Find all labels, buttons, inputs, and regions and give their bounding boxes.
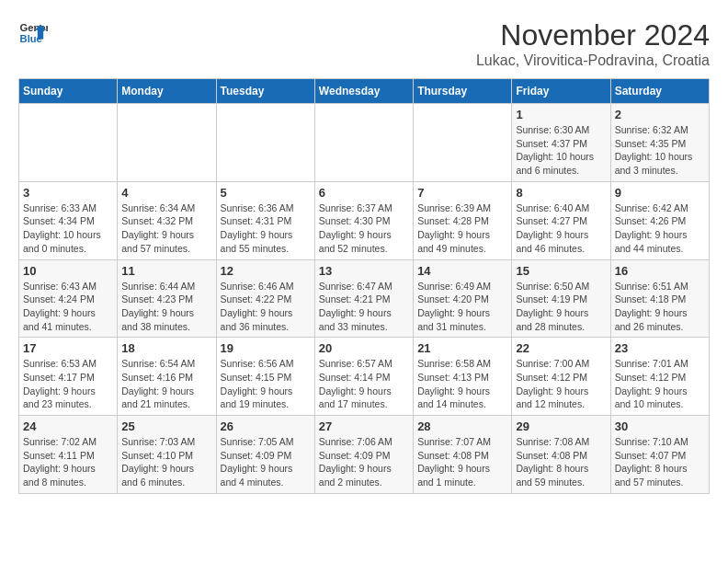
day-number: 9	[615, 186, 705, 200]
page-header: General Blue November 2024 Lukac, Virovi…	[18, 18, 710, 69]
day-info: Sunrise: 6:33 AM Sunset: 4:34 PM Dayligh…	[23, 201, 113, 256]
calendar-cell: 24Sunrise: 7:02 AM Sunset: 4:11 PM Dayli…	[19, 416, 118, 494]
day-number: 3	[23, 186, 113, 200]
day-info: Sunrise: 7:07 AM Sunset: 4:08 PM Dayligh…	[417, 435, 507, 489]
calendar-table: SundayMondayTuesdayWednesdayThursdayFrid…	[18, 78, 710, 494]
day-number: 14	[417, 264, 507, 278]
weekday-header-friday: Friday	[512, 79, 610, 104]
day-number: 28	[417, 419, 507, 433]
calendar-cell: 2Sunrise: 6:32 AM Sunset: 4:35 PM Daylig…	[610, 104, 709, 182]
day-info: Sunrise: 7:03 AM Sunset: 4:10 PM Dayligh…	[121, 435, 211, 489]
day-info: Sunrise: 6:47 AM Sunset: 4:21 PM Dayligh…	[319, 280, 409, 334]
calendar-cell: 7Sunrise: 6:39 AM Sunset: 4:28 PM Daylig…	[414, 181, 512, 259]
week-row-1: 1Sunrise: 6:30 AM Sunset: 4:37 PM Daylig…	[19, 104, 710, 182]
weekday-header-row: SundayMondayTuesdayWednesdayThursdayFrid…	[19, 79, 710, 104]
calendar-cell: 1Sunrise: 6:30 AM Sunset: 4:37 PM Daylig…	[512, 104, 610, 182]
day-number: 22	[516, 341, 606, 355]
calendar-cell: 18Sunrise: 6:54 AM Sunset: 4:16 PM Dayli…	[118, 338, 216, 416]
title-block: November 2024 Lukac, Virovitica-Podravin…	[476, 18, 710, 69]
calendar-cell: 11Sunrise: 6:44 AM Sunset: 4:23 PM Dayli…	[118, 259, 216, 338]
week-row-5: 24Sunrise: 7:02 AM Sunset: 4:11 PM Dayli…	[19, 416, 710, 494]
day-number: 19	[221, 341, 311, 355]
logo: General Blue	[18, 18, 48, 48]
day-info: Sunrise: 6:37 AM Sunset: 4:30 PM Dayligh…	[319, 201, 409, 256]
calendar-cell: 13Sunrise: 6:47 AM Sunset: 4:21 PM Dayli…	[314, 259, 413, 338]
calendar-cell	[414, 104, 512, 182]
day-info: Sunrise: 6:57 AM Sunset: 4:14 PM Dayligh…	[319, 357, 409, 411]
calendar-cell: 22Sunrise: 7:00 AM Sunset: 4:12 PM Dayli…	[512, 338, 610, 416]
day-info: Sunrise: 6:36 AM Sunset: 4:31 PM Dayligh…	[221, 201, 311, 256]
day-number: 10	[23, 264, 113, 278]
day-info: Sunrise: 7:05 AM Sunset: 4:09 PM Dayligh…	[221, 435, 311, 489]
day-info: Sunrise: 6:56 AM Sunset: 4:15 PM Dayligh…	[221, 357, 311, 411]
day-info: Sunrise: 6:39 AM Sunset: 4:28 PM Dayligh…	[417, 201, 507, 256]
day-number: 13	[319, 264, 409, 278]
page-subtitle: Lukac, Virovitica-Podravina, Croatia	[476, 52, 710, 69]
calendar-cell: 9Sunrise: 6:42 AM Sunset: 4:26 PM Daylig…	[610, 181, 709, 259]
calendar-cell: 14Sunrise: 6:49 AM Sunset: 4:20 PM Dayli…	[414, 259, 512, 338]
day-info: Sunrise: 6:54 AM Sunset: 4:16 PM Dayligh…	[121, 357, 211, 411]
calendar-cell: 6Sunrise: 6:37 AM Sunset: 4:30 PM Daylig…	[314, 181, 413, 259]
day-info: Sunrise: 6:50 AM Sunset: 4:19 PM Dayligh…	[516, 280, 606, 334]
week-row-3: 10Sunrise: 6:43 AM Sunset: 4:24 PM Dayli…	[19, 259, 710, 338]
day-info: Sunrise: 6:46 AM Sunset: 4:22 PM Dayligh…	[221, 280, 311, 334]
day-number: 4	[121, 186, 211, 200]
day-number: 18	[121, 341, 211, 355]
day-number: 7	[417, 186, 507, 200]
weekday-header-tuesday: Tuesday	[216, 79, 314, 104]
calendar-cell: 20Sunrise: 6:57 AM Sunset: 4:14 PM Dayli…	[314, 338, 413, 416]
calendar-cell: 29Sunrise: 7:08 AM Sunset: 4:08 PM Dayli…	[512, 416, 610, 494]
calendar-cell: 27Sunrise: 7:06 AM Sunset: 4:09 PM Dayli…	[314, 416, 413, 494]
weekday-header-saturday: Saturday	[610, 79, 709, 104]
calendar-cell: 23Sunrise: 7:01 AM Sunset: 4:12 PM Dayli…	[610, 338, 709, 416]
calendar-cell: 3Sunrise: 6:33 AM Sunset: 4:34 PM Daylig…	[19, 181, 118, 259]
calendar-cell: 19Sunrise: 6:56 AM Sunset: 4:15 PM Dayli…	[216, 338, 314, 416]
day-number: 2	[615, 108, 705, 121]
calendar-cell: 4Sunrise: 6:34 AM Sunset: 4:32 PM Daylig…	[118, 181, 216, 259]
calendar-cell: 21Sunrise: 6:58 AM Sunset: 4:13 PM Dayli…	[414, 338, 512, 416]
day-info: Sunrise: 7:00 AM Sunset: 4:12 PM Dayligh…	[516, 357, 606, 411]
day-info: Sunrise: 6:44 AM Sunset: 4:23 PM Dayligh…	[121, 280, 211, 334]
day-info: Sunrise: 6:32 AM Sunset: 4:35 PM Dayligh…	[615, 123, 705, 178]
day-number: 17	[23, 341, 113, 355]
weekday-header-wednesday: Wednesday	[314, 79, 413, 104]
day-info: Sunrise: 6:34 AM Sunset: 4:32 PM Dayligh…	[121, 201, 211, 256]
calendar-cell: 26Sunrise: 7:05 AM Sunset: 4:09 PM Dayli…	[216, 416, 314, 494]
day-number: 1	[516, 108, 606, 121]
calendar-cell: 16Sunrise: 6:51 AM Sunset: 4:18 PM Dayli…	[610, 259, 709, 338]
day-info: Sunrise: 6:43 AM Sunset: 4:24 PM Dayligh…	[23, 280, 113, 334]
day-info: Sunrise: 6:51 AM Sunset: 4:18 PM Dayligh…	[615, 280, 705, 334]
weekday-header-thursday: Thursday	[414, 79, 512, 104]
day-number: 11	[121, 264, 211, 278]
day-info: Sunrise: 7:10 AM Sunset: 4:07 PM Dayligh…	[615, 435, 705, 489]
page-title: November 2024	[476, 18, 710, 52]
day-info: Sunrise: 6:58 AM Sunset: 4:13 PM Dayligh…	[417, 357, 507, 411]
day-info: Sunrise: 7:01 AM Sunset: 4:12 PM Dayligh…	[615, 357, 705, 411]
day-number: 26	[221, 419, 311, 433]
day-number: 16	[615, 264, 705, 278]
logo-icon: General Blue	[18, 18, 48, 48]
day-info: Sunrise: 6:42 AM Sunset: 4:26 PM Dayligh…	[615, 201, 705, 256]
day-number: 8	[516, 186, 606, 200]
day-number: 23	[615, 341, 705, 355]
calendar-cell	[314, 104, 413, 182]
calendar-cell: 8Sunrise: 6:40 AM Sunset: 4:27 PM Daylig…	[512, 181, 610, 259]
calendar-cell	[216, 104, 314, 182]
calendar-cell	[19, 104, 118, 182]
calendar-cell: 15Sunrise: 6:50 AM Sunset: 4:19 PM Dayli…	[512, 259, 610, 338]
day-info: Sunrise: 6:40 AM Sunset: 4:27 PM Dayligh…	[516, 201, 606, 256]
day-number: 5	[221, 186, 311, 200]
week-row-4: 17Sunrise: 6:53 AM Sunset: 4:17 PM Dayli…	[19, 338, 710, 416]
day-number: 29	[516, 419, 606, 433]
calendar-cell	[118, 104, 216, 182]
day-info: Sunrise: 6:49 AM Sunset: 4:20 PM Dayligh…	[417, 280, 507, 334]
day-number: 25	[121, 419, 211, 433]
calendar-cell: 10Sunrise: 6:43 AM Sunset: 4:24 PM Dayli…	[19, 259, 118, 338]
week-row-2: 3Sunrise: 6:33 AM Sunset: 4:34 PM Daylig…	[19, 181, 710, 259]
day-number: 12	[221, 264, 311, 278]
day-info: Sunrise: 7:02 AM Sunset: 4:11 PM Dayligh…	[23, 435, 113, 489]
calendar-cell: 25Sunrise: 7:03 AM Sunset: 4:10 PM Dayli…	[118, 416, 216, 494]
weekday-header-sunday: Sunday	[19, 79, 118, 104]
day-number: 24	[23, 419, 113, 433]
day-number: 21	[417, 341, 507, 355]
